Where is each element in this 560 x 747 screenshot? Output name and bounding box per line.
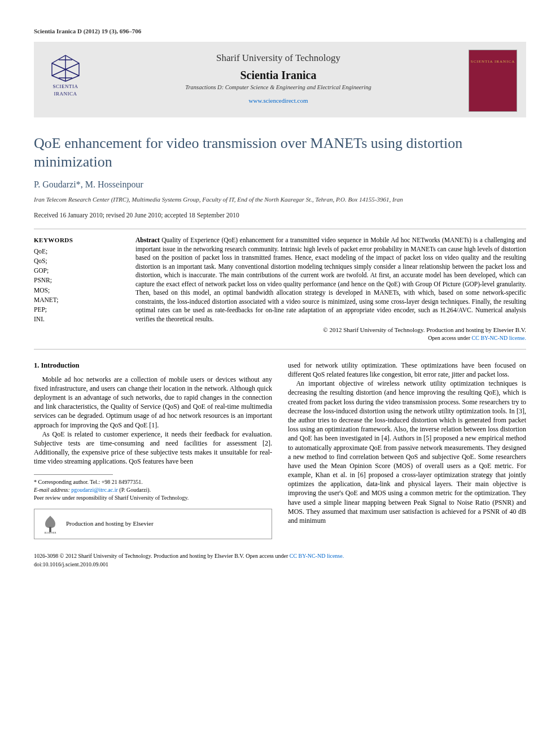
- issn-copyright: 1026-3098 © 2012 Sharif University of Te…: [34, 553, 244, 559]
- elsevier-hosting-text: Production and hosting by Elsevier: [66, 519, 154, 528]
- body-paragraph: used for network utility optimization. T…: [288, 361, 526, 379]
- corresponding-author-note: * Corresponding author. Tel.: +98 21 849…: [34, 478, 272, 486]
- scientia-iranica-logo-icon: [49, 53, 82, 82]
- university-name: Sharif University of Technology: [97, 52, 460, 64]
- keywords-block: KEYWORDS QoE; QoS; GOP; PSNR; MOS; MANET…: [34, 236, 119, 342]
- keyword: MANET;: [34, 295, 119, 305]
- journal-header: SCIENTIA IRANICA Sharif University of Te…: [34, 42, 526, 117]
- body-paragraph: Mobile ad hoc networks are a collection …: [34, 375, 272, 430]
- keyword: GOP;: [34, 266, 119, 276]
- journal-cover-thumbnail: SCIENTIA IRANICA: [469, 50, 517, 112]
- journal-name: Scientia Iranica: [97, 68, 460, 82]
- abstract-block: Abstract Quality of Experience (QoE) enh…: [135, 236, 526, 342]
- affiliation: Iran Telecom Research Center (ITRC), Mul…: [34, 195, 526, 203]
- section-heading-introduction: 1. Introduction: [34, 361, 272, 370]
- cover-title: SCIENTIA IRANICA: [469, 59, 517, 64]
- abstract-text: Quality of Experience (QoE) enhancement …: [135, 237, 526, 322]
- elsevier-logo-text: ELSEVIER: [44, 531, 56, 534]
- page-footer: 1026-3098 © 2012 Sharif University of Te…: [34, 552, 526, 569]
- footnotes: * Corresponding author. Tel.: +98 21 849…: [34, 478, 272, 502]
- body-paragraph: As QoE is related to customer experience…: [34, 430, 272, 466]
- keyword: PEP;: [34, 305, 119, 314]
- logo-caption-2: IRANICA: [54, 91, 77, 98]
- elsevier-box: ELSEVIER Production and hosting by Elsev…: [34, 509, 272, 539]
- keyword: QoS;: [34, 256, 119, 266]
- abstract-heading: Abstract: [135, 237, 160, 243]
- footnote-separator: [34, 474, 113, 475]
- keyword: PSNR;: [34, 276, 119, 285]
- keywords-heading: KEYWORDS: [34, 236, 119, 244]
- logo-caption-1: SCIENTIA: [53, 84, 78, 90]
- author-email-link[interactable]: pgoudarzi@itrc.ac.ir: [71, 487, 118, 493]
- keyword: MOS;: [34, 286, 119, 295]
- article-body: 1. Introduction Mobile ad hoc networks a…: [34, 361, 526, 539]
- authors-text: P. Goudarzi*, M. Hosseinpour: [34, 180, 143, 189]
- elsevier-tree-icon: ELSEVIER: [40, 514, 60, 534]
- footer-license-link[interactable]: CC BY-NC-ND license.: [290, 553, 344, 559]
- abstract-copyright: © 2012 Sharif University of Technology. …: [135, 326, 526, 334]
- email-label: E-mail address:: [34, 487, 70, 493]
- keyword: QoE;: [34, 247, 119, 256]
- article-dates: Received 16 January 2010; revised 20 Jun…: [34, 211, 526, 220]
- journal-website-link[interactable]: www.sciencedirect.com: [249, 97, 308, 104]
- license-link[interactable]: CC BY-NC-ND license.: [472, 335, 526, 341]
- article-title: QoE enhancement for video transmission o…: [34, 134, 526, 171]
- email-attribution: (P. Goudarzi).: [119, 487, 151, 493]
- license-prefix: Open access under: [428, 335, 471, 341]
- transactions-subtitle: Transactions D: Computer Science & Engin…: [97, 84, 460, 91]
- body-paragraph: An important objective of wireless netwo…: [288, 379, 526, 525]
- journal-logo: SCIENTIA IRANICA: [43, 50, 88, 101]
- footer-license-prefix: Open access under: [246, 553, 289, 559]
- running-head: Scientia Iranica D (2012) 19 (3), 696–70…: [34, 27, 526, 35]
- peer-review-note: Peer review under responsibility of Shar…: [34, 494, 272, 502]
- authors: P. Goudarzi*, M. Hosseinpour: [34, 179, 526, 191]
- doi: doi:10.1016/j.scient.2010.09.001: [34, 561, 108, 567]
- keyword: INI.: [34, 314, 119, 324]
